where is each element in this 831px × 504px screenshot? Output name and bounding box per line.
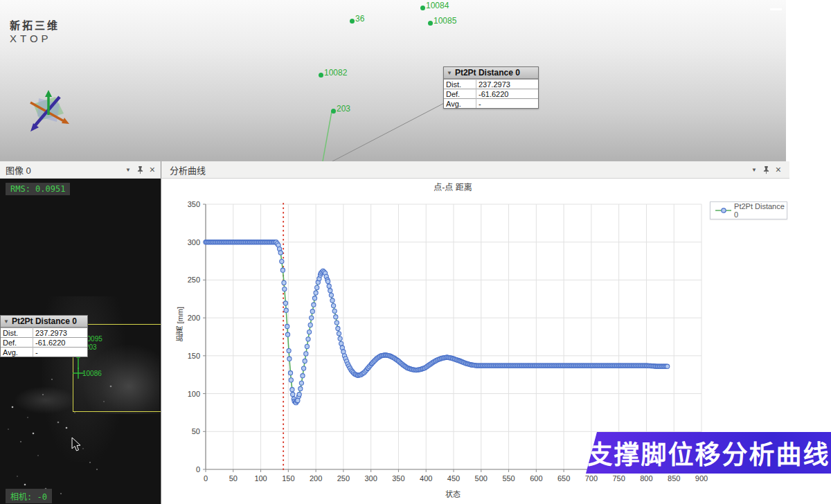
svg-text:800: 800 (640, 474, 652, 483)
chevron-down-icon[interactable]: ▼ (751, 167, 757, 173)
image-panel-title: 图像 0 (6, 163, 31, 177)
camera-status-badge: 相机: -0 (6, 489, 52, 503)
measure-row: Avg.- (444, 99, 538, 109)
legend-label: Pt2Pt Distance 0 (734, 202, 787, 219)
overlay-table: Dist.237.2973Def.-61.6220Avg.- (1, 327, 87, 357)
svg-text:400: 400 (420, 474, 432, 483)
measure-row-value: -61.6220 (33, 338, 88, 348)
close-icon[interactable]: × (776, 164, 781, 175)
measurement-lines (0, 0, 786, 161)
title-banner: 支撑脚位移分析曲线 (586, 432, 831, 474)
overlay-box-header[interactable]: ▼ Pt2Pt Distance 0 (1, 316, 87, 327)
measure-row-label: Avg. (444, 99, 476, 109)
chart-panel-title: 分析曲线 (170, 163, 206, 177)
chevron-down-icon[interactable]: ▼ (3, 318, 9, 325)
measure-row: Def.-61.6220 (1, 338, 87, 348)
application-window: 新拓三维 XTOP 36100841008510082203 ▼ Pt2Pt D… (0, 0, 831, 504)
point-label: 10084 (426, 1, 449, 10)
measure-row-value: 237.2973 (476, 80, 539, 89)
chart-y-axis-label: 距离 [mm] (175, 307, 186, 341)
svg-text:300: 300 (364, 474, 377, 483)
measure-row-value: - (476, 99, 539, 109)
measure-row-label: Dist. (1, 328, 33, 338)
measure-row: Dist.237.2973 (1, 328, 87, 338)
chevron-down-icon[interactable]: ▼ (447, 70, 452, 76)
chart-x-axis-label: 状态 (205, 488, 701, 499)
point-dot-icon[interactable] (350, 19, 355, 24)
point-label: 10085 (434, 16, 456, 26)
svg-text:650: 650 (557, 474, 570, 483)
measure-row: Avg.- (1, 348, 87, 357)
point-label: 10082 (324, 68, 347, 78)
pt2pt-overlay-box[interactable]: ▼ Pt2Pt Distance 0 Dist.237.2973Def.-61.… (0, 315, 88, 357)
image-panel-header[interactable]: 图像 0 ▼ × (0, 161, 161, 179)
3d-viewport[interactable]: 新拓三维 XTOP 36100841008510082203 ▼ Pt2Pt D… (0, 0, 786, 162)
svg-text:50: 50 (229, 474, 238, 483)
svg-text:900: 900 (695, 474, 708, 483)
svg-text:350: 350 (392, 474, 404, 483)
banner-text: 支撑脚位移分析曲线 (587, 434, 830, 471)
measure-row-value: 237.2973 (33, 328, 88, 338)
svg-text:250: 250 (188, 276, 200, 284)
svg-text:300: 300 (188, 238, 200, 246)
svg-text:750: 750 (612, 474, 625, 483)
svg-text:450: 450 (447, 474, 460, 483)
measure-row: Dist.237.2973 (444, 80, 538, 89)
svg-text:200: 200 (310, 474, 322, 483)
svg-text:500: 500 (475, 474, 488, 483)
measure-row-value: -61.6220 (476, 89, 539, 99)
svg-text:550: 550 (502, 474, 515, 483)
mouse-cursor-icon (71, 437, 82, 452)
svg-text:150: 150 (188, 352, 200, 360)
pin-icon[interactable] (137, 165, 143, 174)
pin-icon[interactable] (763, 165, 769, 174)
overlay-box-title: Pt2Pt Distance 0 (12, 316, 77, 326)
svg-text:150: 150 (282, 474, 294, 483)
point-label: 203 (337, 104, 350, 114)
svg-text:700: 700 (585, 474, 598, 483)
point-label: 36 (355, 14, 364, 24)
svg-text:350: 350 (188, 200, 200, 208)
pt2pt-measure-box[interactable]: ▼ Pt2Pt Distance 0 Dist.237.2973Def.-61.… (443, 66, 539, 109)
measure-row-label: Avg. (1, 348, 33, 357)
point-dot-icon[interactable] (420, 6, 425, 10)
close-icon[interactable]: × (150, 165, 155, 174)
svg-text:0: 0 (204, 474, 208, 483)
chart-panel-header[interactable]: 分析曲线 ▼ × (161, 161, 789, 179)
svg-text:100: 100 (254, 474, 267, 483)
measure-row-value: - (33, 348, 88, 357)
point-dot-icon[interactable] (331, 109, 336, 114)
chart-title: 点-点 距离 (205, 181, 701, 192)
svg-text:850: 850 (668, 474, 680, 483)
measure-table: Dist.237.2973Def.-61.6220Avg.- (444, 79, 538, 108)
chart-legend[interactable]: Pt2Pt Distance 0 (710, 201, 787, 219)
image-panel: 图像 0 ▼ × RMS: 0.0951 1009520310086 (0, 161, 161, 504)
svg-text:0: 0 (196, 465, 200, 474)
svg-text:50: 50 (192, 427, 200, 435)
chevron-down-icon[interactable]: ▼ (125, 167, 131, 173)
svg-text:600: 600 (530, 474, 542, 483)
measure-row: Def.-61.6220 (444, 89, 538, 99)
legend-marker-icon (715, 207, 731, 214)
camera-image-view[interactable]: RMS: 0.0951 1009520310086 ▼ Pt2Pt Distan… (0, 179, 161, 504)
measure-row-label: Def. (444, 89, 476, 99)
svg-text:100: 100 (188, 390, 200, 398)
measure-row-label: Dist. (444, 80, 476, 89)
point-dot-icon[interactable] (319, 73, 323, 78)
measure-row-label: Def. (1, 338, 33, 348)
svg-text:200: 200 (188, 314, 200, 322)
measure-box-title: Pt2Pt Distance 0 (455, 68, 520, 78)
axis-triad-icon[interactable] (24, 86, 73, 136)
svg-text:250: 250 (337, 474, 350, 483)
point-dot-icon[interactable] (428, 21, 433, 26)
measure-box-header[interactable]: ▼ Pt2Pt Distance 0 (444, 67, 538, 79)
